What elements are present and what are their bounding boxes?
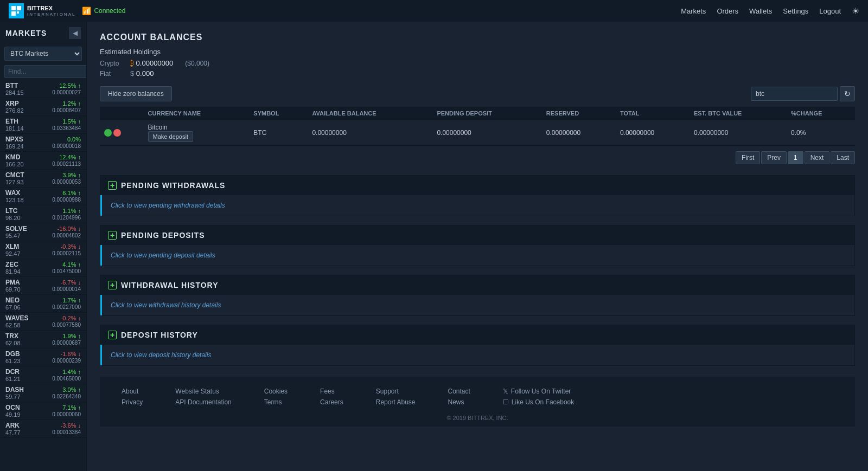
market-item[interactable]: ZEC 4.1% ↑ 81.94 0.01475000 <box>0 259 86 277</box>
pending-withdrawals-title: PENDING WITHDRAWALS <box>121 181 225 190</box>
expand-icon: + <box>108 231 117 240</box>
footer-col-3: Cookies Terms <box>264 388 288 406</box>
last-page-button[interactable]: Last <box>831 151 855 164</box>
current-page-button[interactable]: 1 <box>788 151 803 164</box>
balances-toolbar: Hide zero balances ↻ <box>100 86 855 101</box>
logo-text-block: BITTREX INTERNATIONAL <box>27 5 75 17</box>
balance-search-input[interactable] <box>751 87 838 101</box>
footer-website-status[interactable]: Website Status <box>175 388 231 395</box>
theme-icon[interactable]: ☀ <box>852 6 859 16</box>
market-item[interactable]: WAX 6.1% ↑ 123.18 0.00000988 <box>0 188 86 205</box>
crypto-label: Crypto <box>100 60 122 67</box>
refresh-button[interactable]: ↻ <box>840 86 855 101</box>
market-price: 169.24 <box>5 143 24 150</box>
market-item[interactable]: OCN 7.1% ↑ 49.19 0.00000060 <box>0 402 86 420</box>
footer-col-6: Contact News <box>448 388 470 406</box>
footer-fees[interactable]: Fees <box>320 388 343 395</box>
nav-orders[interactable]: Orders <box>717 7 738 15</box>
pending-deposits-header[interactable]: + PENDING DEPOSITS <box>100 225 854 245</box>
market-item[interactable]: XRP 1.2% ↑ 276.82 0.00008407 <box>0 98 86 116</box>
market-name: WAX <box>5 189 20 197</box>
market-item[interactable]: KMD 12.4% ↑ 166.20 0.00021113 <box>0 152 86 170</box>
symbol-cell: BTC <box>249 120 308 146</box>
market-item[interactable]: NPXS 0.0% 169.24 0.00000018 <box>0 134 86 152</box>
market-item[interactable]: TRX 1.9% ↑ 62.08 0.00000687 <box>0 331 86 349</box>
table-header-row: CURRENCY NAME SYMBOL AVAILABLE BALANCE P… <box>100 107 855 120</box>
market-item[interactable]: CMCT 3.9% ↑ 127.93 0.00000053 <box>0 170 86 188</box>
market-btc: 0.00000687 <box>52 340 81 346</box>
withdrawal-history-body: Click to view withdrawal history details <box>100 295 854 315</box>
market-change: -3.6% ↓ <box>61 422 81 429</box>
prev-page-button[interactable]: Prev <box>761 151 787 164</box>
withdrawal-history-header[interactable]: + WITHDRAWAL HISTORY <box>100 275 854 295</box>
footer-twitter[interactable]: 𝕏 Follow Us On Twitter <box>503 388 574 395</box>
market-item[interactable]: DGB -1.6% ↓ 61.23 0.00000239 <box>0 349 86 366</box>
market-price: 67.06 <box>5 304 21 311</box>
pending-withdrawals-header[interactable]: + PENDING WITHDRAWALS <box>100 176 854 195</box>
footer-privacy[interactable]: Privacy <box>122 398 143 406</box>
deposit-history-header[interactable]: + DEPOSIT HISTORY <box>100 325 854 345</box>
market-change: -1.6% ↓ <box>61 351 81 357</box>
total-cell: 0.00000000 <box>616 120 690 146</box>
market-item[interactable]: SOLVE -16.0% ↓ 95.47 0.00004802 <box>0 223 86 241</box>
btc-symbol: ₿ <box>130 59 134 67</box>
pending-withdrawals-link[interactable]: Click to view pending withdrawal details <box>111 202 225 209</box>
market-item[interactable]: DCR 1.4% ↑ 61.21 0.00465000 <box>0 366 86 384</box>
estimated-holdings-label: Estimated Holdings <box>100 48 855 56</box>
th-currency: CURRENCY NAME <box>144 107 250 120</box>
footer-report-abuse[interactable]: Report Abuse <box>376 398 416 406</box>
nav-settings[interactable]: Settings <box>783 7 808 15</box>
market-item[interactable]: WAVES -0.2% ↓ 62.58 0.00077580 <box>0 313 86 331</box>
market-btc: 0.02264340 <box>52 393 81 400</box>
logo-name: BITTREX <box>27 5 75 12</box>
footer-careers[interactable]: Careers <box>320 398 343 406</box>
market-item[interactable]: BTT 12.5% ↑ 284.15 0.00000027 <box>0 80 86 98</box>
nav-logout[interactable]: Logout <box>819 7 841 15</box>
footer-news[interactable]: News <box>448 398 470 406</box>
footer-support[interactable]: Support <box>376 388 416 395</box>
nav-markets[interactable]: Markets <box>681 7 706 15</box>
market-change: 3.0% ↑ <box>62 386 81 393</box>
market-name: KMD <box>5 153 20 161</box>
footer-about[interactable]: About <box>122 388 143 395</box>
available-cell: 0.00000000 <box>308 120 432 146</box>
market-search-input[interactable] <box>4 65 87 78</box>
pending-deposit-cell: 0.00000000 <box>432 120 541 146</box>
currency-icons <box>104 129 139 137</box>
market-name: PMA <box>5 279 20 286</box>
market-item[interactable]: NEO 1.7% ↑ 67.06 0.00227000 <box>0 295 86 313</box>
th-icons <box>100 107 144 120</box>
table-body: Bitcoin Make deposit BTC 0.00000000 0.00… <box>100 120 855 146</box>
first-page-button[interactable]: First <box>736 151 760 164</box>
market-item[interactable]: PMA -6.7% ↓ 69.70 0.00000014 <box>0 277 86 295</box>
footer-contact[interactable]: Contact <box>448 388 470 395</box>
market-item[interactable]: LTC 1.1% ↑ 96.20 0.01204996 <box>0 205 86 223</box>
expand-icon: + <box>108 331 117 339</box>
market-search-row: ▼ <box>0 63 86 80</box>
market-select[interactable]: BTC Markets ETH Markets USDT Markets <box>4 47 82 61</box>
make-deposit-button[interactable]: Make deposit <box>148 131 193 142</box>
footer-social: 𝕏 Follow Us On Twitter ☐ Like Us On Face… <box>503 388 574 406</box>
market-item[interactable]: DASH 3.0% ↑ 59.77 0.02264340 <box>0 384 86 402</box>
hide-zero-button[interactable]: Hide zero balances <box>100 86 172 101</box>
deposit-history-link[interactable]: Click to view deposit history details <box>111 351 211 359</box>
th-symbol: SYMBOL <box>249 107 308 120</box>
market-name: SOLVE <box>5 225 27 233</box>
pending-deposits-link[interactable]: Click to view pending deposit details <box>111 251 215 259</box>
withdrawal-history-link[interactable]: Click to view withdrawal history details <box>111 301 221 309</box>
footer-terms[interactable]: Terms <box>264 398 288 406</box>
sidebar-collapse-button[interactable]: ◀ <box>69 27 81 39</box>
footer-facebook[interactable]: ☐ Like Us On Facebook <box>503 398 574 406</box>
footer-api-docs[interactable]: API Documentation <box>175 398 231 406</box>
market-item[interactable]: ETH 1.5% ↑ 181.14 0.03363484 <box>0 116 86 134</box>
market-item[interactable]: ARK -3.6% ↓ 47.77 0.00013384 <box>0 420 86 438</box>
connected-label: Connected <box>94 7 125 15</box>
market-name: DASH <box>5 386 24 393</box>
next-page-button[interactable]: Next <box>805 151 830 164</box>
market-item[interactable]: XLM -0.3% ↓ 92.47 0.00002115 <box>0 241 86 259</box>
market-btc: 0.00000239 <box>52 358 81 364</box>
footer-cookies[interactable]: Cookies <box>264 388 288 395</box>
nav-wallets[interactable]: Wallets <box>749 7 772 15</box>
facebook-icon: ☐ <box>503 398 509 406</box>
market-btc: 0.01475000 <box>52 268 81 275</box>
